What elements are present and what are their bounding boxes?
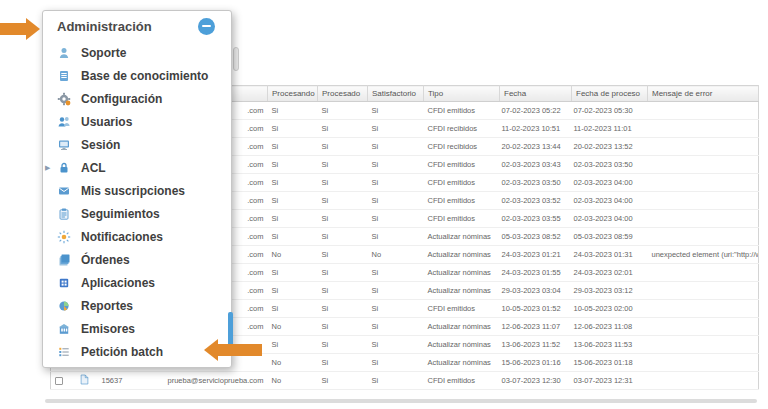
cell-procesando: No — [268, 354, 318, 372]
menu-item-configuracion[interactable]: ▶Configuración — [43, 87, 231, 110]
cell-procesando: Si — [268, 120, 318, 138]
header-satisfactorio[interactable]: Satisfactorio — [368, 86, 424, 102]
acl-lock-icon — [57, 161, 73, 175]
cell-tipo: Actualizar nóminas — [424, 246, 500, 264]
cell-mensaje — [648, 174, 759, 192]
cell-tipo: Actualizar nóminas — [424, 228, 500, 246]
cell-tipo: CFDI emitidos — [424, 156, 500, 174]
cell-mensaje — [648, 282, 759, 300]
notifications-icon — [57, 230, 73, 244]
menu-item-label: Seguimientos — [81, 207, 160, 221]
cell-mensaje — [648, 354, 759, 372]
cell-type-icon — [76, 372, 98, 390]
cell-mensaje — [648, 156, 759, 174]
callout-arrow-peticion-batch — [204, 339, 262, 361]
cell-mensaje — [648, 102, 759, 120]
menu-item-label: Aplicaciones — [81, 276, 155, 290]
table-row[interactable]: 15637prueba@servicioprueba.comNoSiSiCFDI… — [51, 372, 759, 390]
cell-fecha: 12-06-2023 11:07 — [500, 318, 572, 336]
support-icon — [57, 46, 73, 60]
menu-item-base-de-conocimiento[interactable]: ▶Base de conocimiento — [43, 64, 231, 87]
cell-mensaje — [648, 120, 759, 138]
menu-item-peticion-batch[interactable]: ▶Petición batch — [43, 340, 231, 363]
header-tipo[interactable]: Tipo — [424, 86, 500, 102]
cell-tipo: Actualizar nóminas — [424, 282, 500, 300]
cell-procesado: Si — [318, 138, 368, 156]
row-checkbox[interactable] — [55, 377, 63, 385]
cell-fecha: 02-03-2023 03:50 — [500, 174, 572, 192]
session-icon — [57, 138, 73, 152]
menu-item-label: Soporte — [81, 46, 126, 60]
cell-fecha-proceso: 02-03-2023 03:50 — [572, 156, 648, 174]
header-fecha-proceso[interactable]: Fecha de proceso — [572, 86, 648, 102]
menu-item-label: Mis suscripciones — [81, 184, 185, 198]
header-procesado[interactable]: Procesado — [318, 86, 368, 102]
cell-mensaje — [648, 318, 759, 336]
cell-fecha: 24-03-2023 01:55 — [500, 264, 572, 282]
cell-satisfactorio: Si — [368, 264, 424, 282]
cell-tipo: CFDI emitidos — [424, 192, 500, 210]
cell-id: 15637 — [98, 372, 153, 390]
subscriptions-icon — [57, 184, 73, 198]
cell-fecha-proceso: 13-06-2023 11:53 — [572, 336, 648, 354]
cell-satisfactorio: Si — [368, 228, 424, 246]
cell-satisfactorio: Si — [368, 174, 424, 192]
cell-tipo: CFDI emitidos — [424, 102, 500, 120]
cell-mensaje — [648, 192, 759, 210]
cell-procesado: Si — [318, 192, 368, 210]
menu-item-ordenes[interactable]: ▶Órdenes — [43, 248, 231, 271]
reports-icon — [57, 299, 73, 313]
cell-tipo: CFDI recibidos — [424, 120, 500, 138]
cell-procesado: Si — [318, 264, 368, 282]
cell-tipo: Actualizar nóminas — [424, 318, 500, 336]
cell-fecha: 24-03-2023 01:21 — [500, 246, 572, 264]
menu-item-label: Notificaciones — [81, 230, 163, 244]
menu-item-notificaciones[interactable]: ▶Notificaciones — [43, 225, 231, 248]
cell-tipo: CFDI emitidos — [424, 300, 500, 318]
batch-icon — [57, 345, 73, 359]
vertical-scrollbar-thumb[interactable] — [233, 47, 239, 71]
cell-procesando: No — [268, 318, 318, 336]
cell-select — [51, 372, 76, 390]
cell-satisfactorio: Si — [368, 138, 424, 156]
header-mensaje-error[interactable]: Mensaje de error — [648, 86, 759, 102]
header-procesando[interactable]: Procesando — [268, 86, 318, 102]
menu-item-usuarios[interactable]: ▶Usuarios — [43, 110, 231, 133]
cell-fecha: 03-07-2023 12:30 — [500, 372, 572, 390]
users-icon — [57, 115, 73, 129]
cell-procesado: Si — [318, 354, 368, 372]
horizontal-scrollbar[interactable] — [45, 399, 757, 403]
followups-icon — [57, 207, 73, 221]
cell-satisfactorio: Si — [368, 210, 424, 228]
cell-procesado: Si — [318, 156, 368, 174]
cell-fecha-proceso: 29-03-2023 03:12 — [572, 282, 648, 300]
menu-item-label: Reportes — [81, 299, 133, 313]
cell-procesado: Si — [318, 372, 368, 390]
cell-fecha-proceso: 20-02-2023 13:52 — [572, 138, 648, 156]
cell-procesando: No — [268, 372, 318, 390]
menu-item-aplicaciones[interactable]: ▶Aplicaciones — [43, 271, 231, 294]
cell-fecha-proceso: 05-03-2023 08:59 — [572, 228, 648, 246]
cell-satisfactorio: Si — [368, 354, 424, 372]
expand-caret-icon[interactable]: ▶ — [45, 164, 50, 172]
cell-fecha: 10-05-2023 01:52 — [500, 300, 572, 318]
menu-item-mis-suscripciones[interactable]: ▶Mis suscripciones — [43, 179, 231, 202]
menu-item-seguimientos[interactable]: ▶Seguimientos — [43, 202, 231, 225]
cell-fecha: 05-03-2023 08:52 — [500, 228, 572, 246]
cell-mensaje — [648, 210, 759, 228]
collapse-button[interactable] — [198, 18, 215, 35]
cell-tipo: CFDI emitidos — [424, 174, 500, 192]
cell-fecha-proceso: 11-02-2023 11:01 — [572, 120, 648, 138]
menu-title-row: Administración — [43, 11, 231, 41]
header-fecha[interactable]: Fecha — [500, 86, 572, 102]
cell-procesando: Si — [268, 138, 318, 156]
menu-item-label: Base de conocimiento — [81, 69, 208, 83]
menu-item-reportes[interactable]: ▶Reportes — [43, 294, 231, 317]
menu-item-sesion[interactable]: ▶Sesión — [43, 133, 231, 156]
cell-procesando: Si — [268, 102, 318, 120]
cell-tipo: CFDI recibidos — [424, 138, 500, 156]
menu-item-emisores[interactable]: ▶Emisores — [43, 317, 231, 340]
menu-item-soporte[interactable]: ▶Soporte — [43, 41, 231, 64]
menu-item-acl[interactable]: ▶ACL — [43, 156, 231, 179]
cell-procesado: Si — [318, 228, 368, 246]
